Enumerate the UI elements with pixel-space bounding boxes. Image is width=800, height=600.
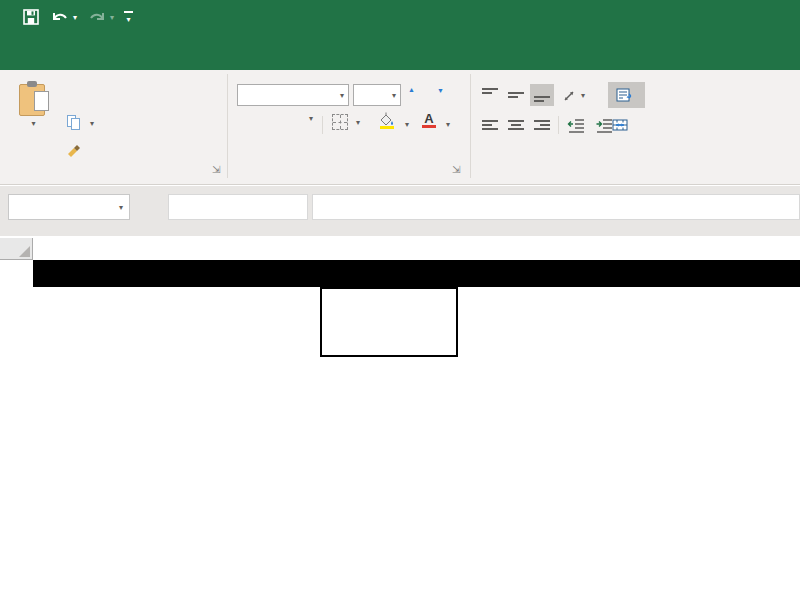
fill-color-bucket-icon (378, 112, 396, 126)
decrease-indent-button[interactable] (564, 114, 588, 136)
merge-center-button[interactable] (608, 112, 800, 138)
align-center-icon (508, 117, 524, 133)
font-size-combobox[interactable]: ▾ (353, 84, 401, 106)
align-left-button[interactable] (478, 114, 502, 136)
name-box-caret-icon[interactable]: ▾ (119, 203, 123, 212)
merge-center-icon (612, 117, 628, 133)
align-bottom-button[interactable] (530, 84, 554, 106)
align-right-icon (534, 117, 550, 133)
font-color-caret-icon[interactable]: ▾ (446, 120, 450, 129)
paste-button[interactable]: ▾ (6, 84, 58, 162)
borders-caret-icon[interactable]: ▾ (356, 118, 360, 127)
format-painter-icon (66, 143, 82, 159)
spreadsheet-grid (0, 238, 800, 600)
formula-input[interactable] (312, 194, 800, 220)
font-dialog-launcher-icon[interactable]: ⇲ (452, 164, 464, 176)
orientation-icon (562, 87, 578, 103)
align-middle-icon (508, 87, 524, 103)
redo-button: ▾ (87, 9, 114, 25)
alignment-group-label (560, 163, 720, 179)
wrap-text-icon (616, 87, 632, 103)
font-color-a-icon: A (424, 112, 433, 125)
wrap-text-button[interactable] (608, 82, 645, 108)
select-all-corner[interactable] (0, 238, 33, 260)
sheet-title-banner[interactable] (33, 260, 800, 287)
font-group-label (250, 163, 450, 179)
fill-color-bar (380, 126, 394, 129)
formula-bar: ▾ (0, 186, 800, 236)
increase-font-button[interactable]: ▲ (408, 84, 415, 106)
ribbon: ▾ ▾ ⇲ ▾ ▾ ▲ ▼ (0, 70, 800, 185)
title-bar: ▾ ▾ ▾ (0, 0, 800, 40)
undo-caret-icon[interactable]: ▾ (73, 13, 77, 22)
copy-caret-icon[interactable]: ▾ (90, 119, 94, 128)
paste-caret-icon[interactable]: ▾ (31, 119, 35, 128)
paste-clipboard-icon (19, 84, 45, 116)
clipboard-dialog-launcher-icon[interactable]: ⇲ (212, 164, 224, 176)
font-name-combobox[interactable]: ▾ (237, 84, 349, 106)
font-color-button[interactable]: A (422, 112, 436, 128)
align-middle-button[interactable] (504, 84, 528, 106)
customize-qat-button[interactable]: ▾ (124, 11, 133, 24)
ribbon-tab-strip (0, 40, 800, 70)
align-left-icon (482, 117, 498, 133)
align-top-button[interactable] (478, 84, 502, 106)
decrease-font-button[interactable]: ▼ (437, 84, 444, 106)
format-painter-button[interactable] (66, 140, 87, 162)
cut-scissors-icon (66, 87, 82, 103)
font-name-caret-icon[interactable]: ▾ (340, 91, 344, 100)
borders-icon (332, 114, 348, 130)
font-color-bar (422, 125, 436, 128)
align-top-icon (482, 87, 498, 103)
clipboard-group-label (20, 163, 210, 179)
align-right-button[interactable] (530, 114, 554, 136)
orientation-caret-icon[interactable]: ▾ (581, 91, 585, 100)
redo-caret-icon: ▾ (110, 13, 114, 22)
cut-button[interactable] (66, 84, 87, 106)
underline-button[interactable]: ▾ (286, 114, 313, 123)
font-size-caret-icon[interactable]: ▾ (392, 91, 396, 100)
copy-button[interactable]: ▾ (66, 112, 94, 134)
borders-button[interactable]: ▾ (332, 114, 360, 130)
orientation-button[interactable]: ▾ (562, 84, 585, 106)
align-bottom-icon (534, 87, 550, 103)
undo-button[interactable]: ▾ (50, 9, 77, 25)
customize-qat-caret-icon: ▾ (127, 15, 131, 24)
fill-color-button[interactable] (378, 112, 396, 129)
fill-color-caret-icon[interactable]: ▾ (405, 120, 409, 129)
info-empty-box[interactable] (320, 287, 458, 357)
name-box[interactable]: ▾ (8, 194, 130, 220)
select-all-triangle-icon (19, 246, 30, 257)
save-icon[interactable] (22, 8, 40, 26)
copy-icon (66, 115, 82, 131)
underline-caret-icon[interactable]: ▾ (309, 114, 313, 123)
align-center-button[interactable] (504, 114, 528, 136)
decrease-indent-icon (567, 117, 585, 133)
